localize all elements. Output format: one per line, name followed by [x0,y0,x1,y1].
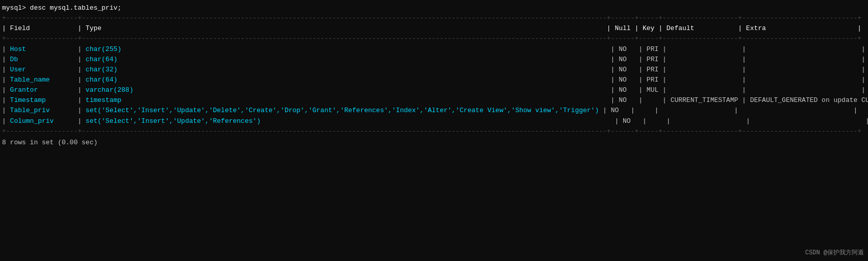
row-user: | User | char(32) | NO | PRI | | [2,65,866,75]
row-table-name: | Table_name | char(64) | NO | PRI | | [2,75,866,85]
row-grantor: | Grantor | varchar(288) | NO | MUL | | [2,85,866,95]
row-timestamp: | Timestamp | timestamp | NO | | CURRENT… [2,95,866,106]
border-bottom: +------------------+--------------------… [2,126,866,137]
command-line: mysql> desc mysql.tables_priv; [2,3,866,13]
command: desc mysql.tables_priv; [30,4,121,12]
border-top: +------------------+--------------------… [2,13,866,23]
prompt: mysql> [2,4,30,12]
row-host: | Host | char(255) | NO | PRI | | [2,44,866,55]
border-header: +------------------+--------------------… [2,34,866,44]
terminal-window: mysql> desc mysql.tables_priv; +--------… [0,0,868,261]
header-field: | Field | Type | Null | Key | Default | … [2,24,861,32]
row-column-priv: | Column_priv | set('Select','Insert','U… [2,116,866,126]
header-row: | Field | Type | Null | Key | Default | … [2,23,866,34]
row-table-priv: | Table_priv | set('Select','Insert','Up… [2,106,866,116]
result-footer: 8 rows in set (0.00 sec) [2,138,866,148]
row-db: | Db | char(64) | NO | PRI | | [2,55,866,65]
watermark: CSDN @保护我方阿遁 [805,248,864,257]
